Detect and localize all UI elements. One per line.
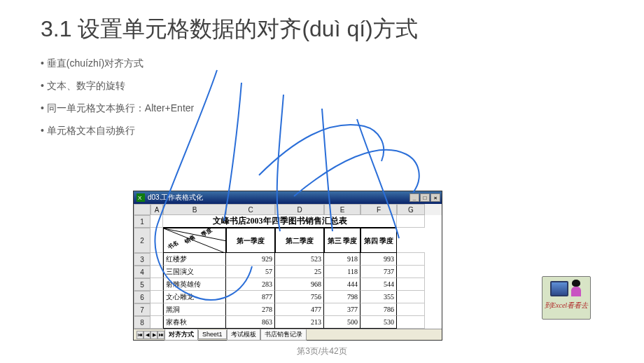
cell[interactable] bbox=[397, 215, 425, 228]
merged-title-cell[interactable]: 文峰书店2003年四季图书销售汇总表 bbox=[163, 215, 397, 228]
row-header[interactable]: 7 bbox=[134, 303, 150, 316]
sheet-tab[interactable]: Sheet1 bbox=[198, 330, 227, 339]
header-cell[interactable]: 第四 季度 bbox=[360, 228, 397, 253]
cell[interactable] bbox=[150, 291, 163, 303]
value-cell[interactable]: 530 bbox=[360, 316, 397, 329]
excel-window-title: d03.工作表格式化 bbox=[148, 193, 203, 203]
tab-nav-prev-icon[interactable]: ◀ bbox=[144, 331, 150, 339]
bullet-list: 垂直(chuízhí)对齐方式 文本、数字的旋转 同一单元格文本换行：Alter… bbox=[41, 57, 194, 147]
row-header[interactable]: 5 bbox=[134, 278, 150, 291]
row-header[interactable]: 4 bbox=[134, 266, 150, 278]
col-header[interactable]: E bbox=[324, 204, 360, 215]
cell[interactable] bbox=[150, 316, 163, 329]
value-cell[interactable]: 968 bbox=[275, 278, 324, 291]
excel-sticker: 到Excel看看去 bbox=[542, 276, 591, 320]
value-cell[interactable]: 544 bbox=[360, 278, 397, 291]
table-row: 7黑洞278477377786 bbox=[134, 303, 442, 316]
cell[interactable] bbox=[397, 316, 425, 329]
book-name-cell[interactable]: 黑洞 bbox=[163, 303, 226, 316]
sheet-tabs: ⏮ ◀ ▶ ⏭ 对齐方式 Sheet1 考试模板 书店销售记录 bbox=[134, 329, 442, 340]
row-header[interactable]: 3 bbox=[134, 253, 150, 266]
cell[interactable] bbox=[150, 278, 163, 291]
table-row: 8家春秋863213500530 bbox=[134, 316, 442, 329]
header-cell[interactable]: 第二季度 bbox=[275, 228, 324, 253]
table-row: 6文心雕龙877756798355 bbox=[134, 291, 442, 303]
close-icon[interactable]: × bbox=[430, 193, 440, 202]
value-cell[interactable]: 213 bbox=[275, 316, 324, 329]
excel-window: X d03.工作表格式化 _ □ × A B C D E F G 1 文峰书店2… bbox=[133, 191, 442, 341]
col-header[interactable]: D bbox=[275, 204, 324, 215]
value-cell[interactable]: 756 bbox=[275, 291, 324, 303]
value-cell[interactable]: 993 bbox=[360, 253, 397, 266]
cell[interactable] bbox=[150, 266, 163, 278]
tab-nav-first-icon[interactable]: ⏮ bbox=[136, 331, 144, 339]
book-name-cell[interactable]: 红楼梦 bbox=[163, 253, 226, 266]
slide-title: 3.1 设置单元格数据的对齐(duì qí)方式 bbox=[41, 14, 418, 45]
sheet-tab[interactable]: 对齐方式 bbox=[164, 329, 198, 341]
cell[interactable] bbox=[397, 303, 425, 316]
value-cell[interactable]: 57 bbox=[226, 266, 275, 278]
value-cell[interactable]: 877 bbox=[226, 291, 275, 303]
bullet-item: 文本、数字的旋转 bbox=[41, 80, 194, 93]
minimize-icon[interactable]: _ bbox=[410, 193, 419, 202]
cell[interactable] bbox=[397, 278, 425, 291]
header-cell[interactable]: 第三 季度 bbox=[324, 228, 360, 253]
value-cell[interactable]: 500 bbox=[324, 316, 360, 329]
monitor-icon bbox=[550, 281, 568, 296]
book-name-cell[interactable]: 三国演义 bbox=[163, 266, 226, 278]
cell[interactable] bbox=[397, 266, 425, 278]
row-header[interactable]: 6 bbox=[134, 291, 150, 303]
cell[interactable] bbox=[397, 291, 425, 303]
excel-titlebar: X d03.工作表格式化 _ □ × bbox=[134, 191, 442, 204]
value-cell[interactable]: 477 bbox=[275, 303, 324, 316]
table-row: 2 季度 销售 书名 第一季度 第二季度 第三 季度 第四 季度 bbox=[134, 228, 442, 253]
value-cell[interactable]: 377 bbox=[324, 303, 360, 316]
value-cell[interactable]: 918 bbox=[324, 253, 360, 266]
value-cell[interactable]: 118 bbox=[324, 266, 360, 278]
book-name-cell[interactable]: 家春秋 bbox=[163, 316, 226, 329]
value-cell[interactable]: 278 bbox=[226, 303, 275, 316]
value-cell[interactable]: 798 bbox=[324, 291, 360, 303]
cell[interactable] bbox=[150, 303, 163, 316]
tab-nav-last-icon[interactable]: ⏭ bbox=[158, 331, 164, 339]
sticker-label: 到Excel看看去 bbox=[545, 301, 588, 310]
col-header[interactable]: A bbox=[150, 204, 163, 215]
cell[interactable] bbox=[397, 253, 425, 266]
col-header[interactable]: G bbox=[397, 204, 425, 215]
sheet-tab[interactable]: 书店销售记录 bbox=[260, 329, 307, 341]
book-name-cell[interactable]: 射雕英雄传 bbox=[163, 278, 226, 291]
row-header[interactable]: 8 bbox=[134, 316, 150, 329]
bullet-item: 垂直(chuízhí)对齐方式 bbox=[41, 57, 194, 70]
cell[interactable] bbox=[150, 228, 163, 253]
excel-grid: A B C D E F G 1 文峰书店2003年四季图书销售汇总表 2 季度 … bbox=[134, 204, 442, 329]
col-header[interactable]: F bbox=[360, 204, 397, 215]
diagonal-header-cell[interactable]: 季度 销售 书名 bbox=[163, 228, 226, 253]
svg-text:X: X bbox=[138, 195, 142, 201]
value-cell[interactable]: 444 bbox=[324, 278, 360, 291]
value-cell[interactable]: 355 bbox=[360, 291, 397, 303]
table-row: 4三国演义5725118737 bbox=[134, 266, 442, 278]
col-header[interactable]: B bbox=[163, 204, 226, 215]
value-cell[interactable]: 523 bbox=[275, 253, 324, 266]
sheet-tab[interactable]: 考试模板 bbox=[227, 329, 260, 341]
row-header[interactable]: 2 bbox=[134, 228, 150, 253]
select-all-corner[interactable] bbox=[134, 204, 150, 215]
book-name-cell[interactable]: 文心雕龙 bbox=[163, 291, 226, 303]
value-cell[interactable]: 863 bbox=[226, 316, 275, 329]
cell[interactable] bbox=[150, 215, 163, 228]
page-number: 第3页/共42页 bbox=[297, 345, 346, 357]
value-cell[interactable]: 283 bbox=[226, 278, 275, 291]
value-cell[interactable]: 737 bbox=[360, 266, 397, 278]
value-cell[interactable]: 786 bbox=[360, 303, 397, 316]
row-header[interactable]: 1 bbox=[134, 215, 150, 228]
bullet-item: 同一单元格文本换行：Alter+Enter bbox=[41, 102, 194, 115]
col-header[interactable]: C bbox=[226, 204, 275, 215]
cell[interactable] bbox=[397, 228, 425, 253]
header-cell[interactable]: 第一季度 bbox=[226, 228, 275, 253]
cell[interactable] bbox=[150, 253, 163, 266]
value-cell[interactable]: 929 bbox=[226, 253, 275, 266]
table-row: 3红楼梦929523918993 bbox=[134, 253, 442, 266]
maximize-icon[interactable]: □ bbox=[420, 193, 430, 202]
value-cell[interactable]: 25 bbox=[275, 266, 324, 278]
tab-nav-next-icon[interactable]: ▶ bbox=[150, 331, 158, 339]
